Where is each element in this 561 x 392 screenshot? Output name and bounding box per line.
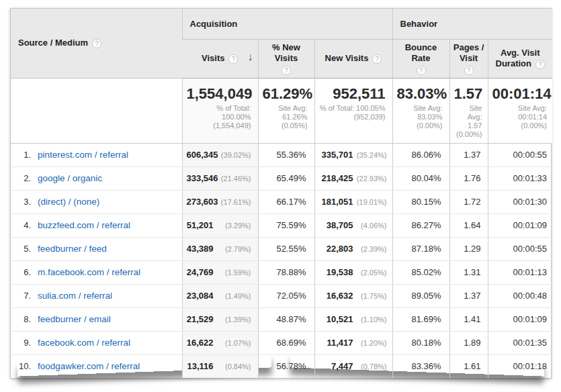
help-icon[interactable]: ? [464,66,474,75]
column-header-pct-new-visits[interactable]: % New Visits ? [258,39,314,78]
pct-new-visits-cell: 68.69% [258,331,314,354]
source-medium-cell: 4.buzzfeed.com / referral [11,213,182,237]
column-header-new-visits[interactable]: New Visits? [314,39,392,78]
column-header-visits[interactable]: Visits? ↓ [182,39,258,78]
new-visits-cell: 22,803(2.39%) [314,237,392,260]
bounce-rate-cell: 80.04% [392,166,449,190]
total-visits-subtext: % of Total: 100.00% (1,554,049) [187,104,251,130]
new-visits-cell: 19,538(2.05%) [314,260,392,284]
help-icon[interactable]: ? [372,54,382,64]
avg-duration-cell: 00:00:48 [488,284,552,307]
new-visits-cell: 218,425(22.93%) [314,166,392,190]
new-visits-cell: 38,705(4.06%) [314,213,392,237]
source-medium-link[interactable]: pinterest.com / referral [38,150,128,160]
totals-dimension-cell [11,78,182,143]
bounce-rate-cell: 85.02% [392,260,449,284]
table-row: 1.pinterest.com / referral 606,345(39.02… [11,143,552,166]
avg-duration-cell: 00:01:13 [488,260,552,284]
total-pct-new-visits-value: 61.29% [263,86,308,102]
pages-visit-label: Pages / Visit [454,42,484,63]
pct-new-visits-cell: 75.59% [258,213,314,237]
avg-duration-cell: 00:01:09 [488,213,552,237]
row-index: 9. [11,338,31,348]
total-new-visits-value: 952,511 [319,86,386,102]
bounce-rate-cell: 80.18% [392,331,449,354]
new-visits-cell: 335,701(35.24%) [314,143,392,166]
acquisition-label: Acquisition [190,19,238,29]
avg-duration-cell: 00:01:35 [488,331,552,354]
help-icon[interactable]: ? [92,39,101,48]
table-row: 4.buzzfeed.com / referral 51,201(3.29%) … [11,213,552,237]
visits-cell: 21,529(1.39%) [182,307,258,331]
column-header-bounce-rate[interactable]: Bounce Rate ? [392,39,449,78]
total-new-visits-subtext: % of Total: 100.05% (952,039) [319,104,386,121]
visits-cell: 23,084(1.49%) [182,284,258,307]
pct-new-visits-cell: 72.05% [258,284,314,307]
row-index: 10. [11,361,31,371]
pages-visit-cell: 1.29 [449,237,488,260]
source-medium-link[interactable]: facebook.com / referral [38,338,130,348]
totals-pages-visit: 1.57 Site Avg: 1.57 (0.00%) [449,78,488,143]
pages-visit-cell: 1.37 [449,143,488,166]
row-index: 5. [11,244,31,254]
bounce-rate-cell: 81.69% [392,307,449,331]
avg-duration-cell: 00:00:55 [488,143,552,166]
pages-visit-cell: 1.41 [449,307,488,331]
totals-bounce-rate: 83.03% Site Avg: 83.03% (0.00%) [392,78,449,143]
sort-descending-icon[interactable]: ↓ [248,52,253,62]
new-visits-cell: 16,632(1.75%) [314,284,392,307]
table-row: 5.feedburner / feed 43,389(2.79%) 52.55%… [11,237,552,260]
source-medium-link[interactable]: google / organic [38,173,102,183]
pct-new-visits-label: % New Visits [272,42,300,63]
row-index: 2. [11,173,31,183]
visits-label: Visits [202,53,224,63]
source-medium-cell: 3.(direct) / (none) [11,190,182,213]
visits-cell: 24,769(1.59%) [182,260,258,284]
behavior-label: Behavior [400,19,438,29]
help-icon[interactable]: ? [417,66,426,75]
row-index: 6. [11,267,31,277]
pages-visit-cell: 1.76 [449,166,488,190]
source-medium-link[interactable]: (direct) / (none) [38,197,99,207]
table-row: 9.facebook.com / referral 16,622(1.07%) … [11,331,552,354]
visits-cell: 43,389(2.79%) [182,237,258,260]
source-medium-link[interactable]: sulia.com / referral [38,291,112,301]
source-medium-link[interactable]: buzzfeed.com / referral [38,220,130,230]
total-visits-value: 1,554,049 [187,86,251,102]
pct-new-visits-cell: 55.36% [258,143,314,166]
totals-avg-duration: 00:01:14 Site Avg: 00:01:14 (0.00%) [488,78,552,143]
column-header-avg-visit-duration[interactable]: Avg. Visit Duration? [488,39,552,78]
help-icon[interactable]: ? [535,60,545,69]
source-medium-link[interactable]: foodgawker.com / referral [38,361,140,371]
total-pages-visit-value: 1.57 [454,86,482,102]
avg-duration-cell: 00:01:30 [488,190,552,213]
visits-cell: 13,116(0.84%) [182,354,258,378]
help-icon[interactable]: ? [282,66,291,75]
column-header-pages-visit[interactable]: Pages / Visit ? [449,39,488,78]
pct-new-visits-cell: 56.78% [258,354,314,378]
source-medium-link[interactable]: feedburner / email [38,314,111,324]
column-header-source-medium[interactable]: Source / Medium? [11,9,182,78]
source-medium-link[interactable]: m.facebook.com / referral [38,267,140,277]
table-row: 6.m.facebook.com / referral 24,769(1.59%… [11,260,552,284]
table-row: 7.sulia.com / referral 23,084(1.49%) 72.… [11,284,552,307]
source-medium-cell: 6.m.facebook.com / referral [11,260,182,284]
source-medium-cell: 2.google / organic [11,166,182,190]
pages-visit-cell: 1.89 [449,331,488,354]
new-visits-cell: 11,417(1.20%) [314,331,392,354]
total-pct-new-visits-subtext: Site Avg: 61.26% (0.05%) [263,104,308,130]
visits-cell: 16,622(1.07%) [182,331,258,354]
pages-visit-cell: 1.61 [449,354,488,378]
source-medium-link[interactable]: feedburner / feed [38,244,107,254]
pct-new-visits-cell: 48.87% [258,307,314,331]
row-index: 3. [11,197,31,207]
new-visits-cell: 10,521(1.10%) [314,307,392,331]
source-medium-cell: 7.sulia.com / referral [11,284,182,307]
avg-duration-cell: 00:01:33 [488,166,552,190]
help-icon[interactable]: ? [228,54,238,64]
source-medium-cell: 8.feedburner / email [11,307,182,331]
total-bounce-rate-value: 83.03% [397,86,443,102]
avg-duration-cell: 00:01:09 [488,307,552,331]
row-index: 7. [11,291,31,301]
new-visits-label: New Visits [325,53,369,63]
